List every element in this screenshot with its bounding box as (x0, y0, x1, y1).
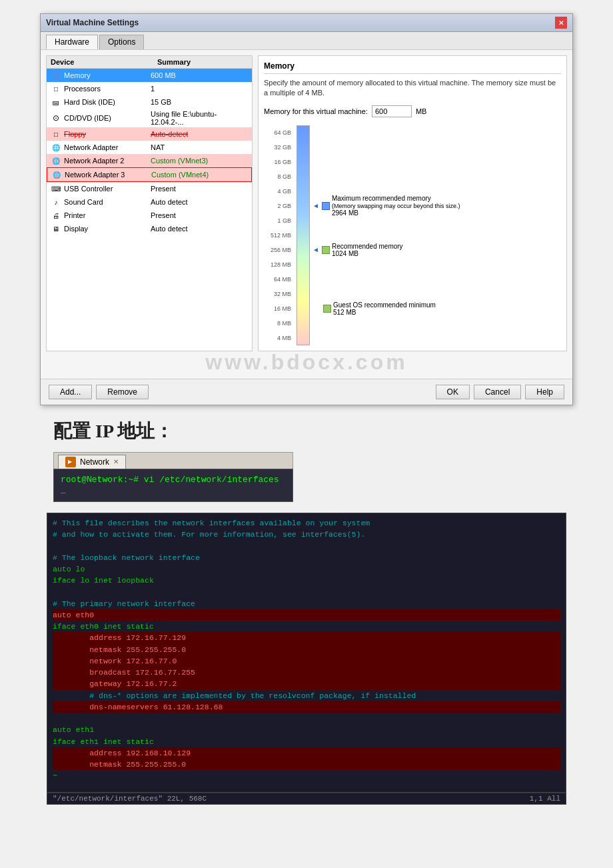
table-row[interactable]: □ Floppy Auto-detect (47, 127, 252, 141)
memory-markers: ◄ Maximum recommended memory (Memory swa… (312, 125, 561, 345)
table-row[interactable]: 🖥 Display Auto detect (47, 222, 252, 235)
device-name: Floppy (64, 130, 151, 138)
device-name: Printer (64, 211, 151, 219)
close-tab-button[interactable]: ✕ (113, 458, 119, 465)
vim-statusbar-left: "/etc/network/interfaces" 22L, 568C (53, 795, 207, 803)
device-name: Processors (64, 85, 151, 93)
terminal-tab[interactable]: Network ✕ (58, 455, 126, 469)
table-row[interactable]: ▦ Memory 600 MB (47, 69, 252, 82)
remove-button[interactable]: Remove (96, 385, 149, 399)
device-name: Display (64, 225, 151, 233)
cd-icon: ⊙ (51, 113, 61, 123)
sound-icon: ♪ (51, 197, 61, 207)
tab-bar: Hardware Options (41, 32, 572, 50)
vim-statusbar-right: 1,1 All (530, 795, 560, 803)
terminal-command-area: root@Network:~# vi /etc/network/interfac… (53, 469, 293, 502)
vim-line: address 172.16.77.129 (53, 632, 560, 643)
table-row[interactable]: 🖴 Hard Disk (IDE) 15 GB (47, 95, 252, 109)
vim-line: # The loopback network interface (53, 552, 560, 563)
device-table-header: Device Summary (47, 56, 252, 69)
memory-unit-label: MB (416, 107, 427, 115)
vim-line: # and how to activate them. For more inf… (53, 529, 560, 540)
vim-editor[interactable]: # This file describes the network interf… (47, 513, 566, 793)
scale-item: 8 GB (277, 169, 294, 184)
terminal-tab-bar: Network ✕ (53, 452, 293, 469)
device-name: Sound Card (64, 198, 151, 206)
vim-line: address 192.168.10.129 (53, 747, 560, 759)
memory-input-row: Memory for this virtual machine: MB (264, 105, 561, 117)
memory-input-label: Memory for this virtual machine: (264, 107, 368, 115)
marker-guest-min: Guest OS recommended minimum 512 MB (312, 301, 561, 316)
guest-min-icon (323, 305, 331, 313)
recommended-label: Recommended memory 1024 MB (332, 243, 403, 257)
tab-hardware[interactable]: Hardware (46, 35, 98, 49)
marker-row (312, 213, 561, 243)
scale-item: 4 MB (277, 331, 294, 345)
memory-value-input[interactable] (372, 105, 412, 117)
scale-item: 16 MB (274, 301, 294, 316)
memory-description: Specify the amount of memory allocated t… (264, 78, 561, 99)
vim-line: # dns-* options are implemented by the r… (53, 690, 560, 701)
marker-row (312, 125, 561, 199)
network-icon: 🌐 (51, 155, 61, 166)
floppy-icon: □ (51, 129, 61, 139)
table-row[interactable]: ⊙ CD/DVD (IDE) Using file E:\ubuntu-12.0… (47, 109, 252, 127)
window-title: Virtual Machine Settings (46, 18, 139, 27)
table-row[interactable]: 🌐 Network Adapter 2 Custom (VMnet3) (47, 154, 252, 167)
tab-options[interactable]: Options (99, 35, 144, 49)
terminal-tab-label: Network (80, 457, 109, 467)
vim-line: ~ (53, 770, 560, 781)
device-summary: Custom (VMnet3) (151, 157, 248, 165)
table-row[interactable]: ♪ Sound Card Auto detect (47, 195, 252, 209)
scale-item: 32 GB (274, 140, 294, 155)
footer-right: OK Cancel Help (436, 385, 564, 399)
scale-item: 64 GB (274, 125, 294, 140)
cancel-button[interactable]: Cancel (474, 385, 521, 399)
vim-line (53, 586, 560, 597)
table-row[interactable]: ⌨ USB Controller Present (47, 182, 252, 195)
vim-line: broadcast 172.16.77.255 (53, 667, 560, 678)
close-button[interactable]: ✕ (555, 17, 567, 29)
guest-min-label: Guest OS recommended minimum 512 MB (333, 301, 436, 316)
cpu-icon: □ (51, 83, 61, 94)
ok-button[interactable]: OK (436, 385, 470, 399)
device-summary: Present (151, 211, 248, 219)
device-name: CD/DVD (IDE) (64, 114, 151, 122)
vm-content: Device Summary ▦ Memory 600 MB □ Process… (41, 50, 572, 357)
vim-line (53, 540, 560, 551)
marker-row (312, 257, 561, 301)
marker-max-recommended: ◄ Maximum recommended memory (Memory swa… (312, 199, 561, 213)
vim-line: iface eth1 inet static (53, 736, 560, 747)
vim-line: gateway 172.16.77.2 (53, 678, 560, 689)
titlebar: Virtual Machine Settings ✕ (41, 14, 572, 32)
table-row[interactable]: □ Processors 1 (47, 82, 252, 95)
device-summary: NAT (151, 143, 248, 151)
printer-icon: 🖨 (51, 210, 61, 221)
device-name: Hard Disk (IDE) (64, 98, 151, 106)
usb-icon: ⌨ (51, 183, 61, 194)
vim-line: netmask 255.255.255.0 (53, 644, 560, 655)
add-button[interactable]: Add... (49, 385, 92, 399)
vim-statusbar: "/etc/network/interfaces" 22L, 568C 1,1 … (47, 793, 566, 805)
memory-icon: ▦ (51, 70, 61, 81)
vim-line: iface lo inet loopback (53, 575, 560, 586)
max-recommended-arrow: ◄ (312, 202, 319, 209)
terminal-command-text: root@Network:~# vi /etc/network/interfac… (61, 475, 279, 495)
device-name: Network Adapter 2 (64, 157, 151, 165)
footer-left: Add... Remove (49, 385, 149, 399)
vim-line: network 172.16.77.0 (53, 655, 560, 667)
help-button[interactable]: Help (525, 385, 564, 399)
device-panel: Device Summary ▦ Memory 600 MB □ Process… (46, 55, 253, 351)
vm-footer: Add... Remove OK Cancel Help (41, 379, 572, 405)
device-summary: 600 MB (151, 71, 248, 79)
table-row[interactable]: 🖨 Printer Present (47, 209, 252, 222)
memory-bar (297, 125, 310, 345)
memory-chart: 64 GB 32 GB 16 GB 8 GB 4 GB 2 GB 1 GB 51… (264, 125, 561, 345)
device-name: Network Adapter 3 (65, 171, 151, 179)
table-row[interactable]: 🌐 Network Adapter NAT (47, 141, 252, 154)
vim-line: netmask 255.255.255.0 (53, 759, 560, 770)
vim-line: dns-nameservers 61.128.128.68 (53, 701, 560, 713)
device-summary: Using file E:\ubuntu-12.04.2-... (151, 110, 248, 126)
section-title: 配置 IP 地址： (53, 419, 586, 444)
table-row[interactable]: 🌐 Network Adapter 3 Custom (VMnet4) (47, 167, 252, 182)
